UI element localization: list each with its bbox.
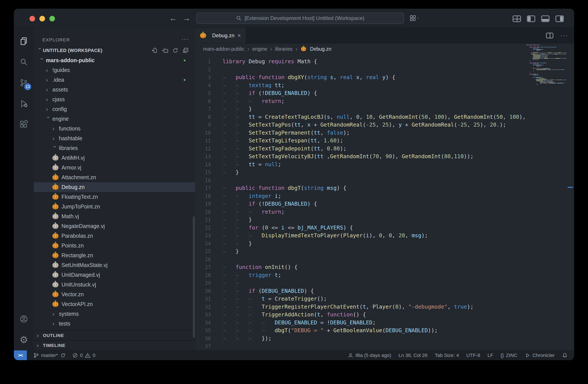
timeline-section[interactable]: › TIMELINE	[34, 340, 195, 350]
editor-more-actions-button[interactable]: ···	[560, 32, 568, 39]
code-line-9[interactable]: 9→→SetTextTagPos(tt,·x·+·GetRandomReal(-…	[195, 121, 574, 129]
activity-explorer-button[interactable]	[14, 31, 34, 52]
line-number[interactable]: 33	[195, 311, 211, 319]
line-number[interactable]: 20	[195, 208, 211, 216]
code-line-1[interactable]: 1library·Debug·requires·Math·{	[195, 58, 574, 66]
line-number[interactable]: 23	[195, 232, 211, 240]
line-number[interactable]: 3	[195, 73, 211, 82]
code-line-31[interactable]: 31→→→t·=·CreateTrigger();	[195, 295, 574, 303]
line-number[interactable]: 29	[195, 279, 211, 287]
line-number[interactable]: 9	[195, 121, 211, 129]
code-line-3[interactable]: 3→public·function·dbgXY(string·s,·real·x…	[195, 73, 574, 82]
line-number[interactable]: 21	[195, 216, 211, 224]
code-line-24[interactable]: 24→→}	[195, 240, 574, 248]
breadcrumb-item-mars-addon-public[interactable]: mars-addon-public	[203, 46, 244, 52]
line-number[interactable]: 24	[195, 240, 211, 248]
line-number[interactable]: 19	[195, 200, 211, 208]
activity-extensions-button[interactable]	[14, 114, 34, 135]
line-number[interactable]: 25	[195, 248, 211, 255]
code-line-8[interactable]: 8→→tt·=·CreateTextTagLocBJ(s,·null,·0,·1…	[195, 113, 574, 121]
code-line-7[interactable]: 7→→}	[195, 105, 574, 113]
code-line-37[interactable]: 37	[195, 342, 574, 350]
code-line-23[interactable]: 23→→→DisplayTimedTextToPlayer(Player(i),…	[195, 232, 574, 240]
tree-folder-mars-addon-public[interactable]: ›mars-addon-public●	[34, 55, 195, 65]
problems-status[interactable]: 0 0	[72, 353, 95, 358]
code-line-13[interactable]: 13→→SetTextTagVelocityBJ(tt·,GetRandomIn…	[195, 153, 574, 160]
breadcrumb-item-libraries[interactable]: libraries	[275, 46, 293, 52]
breadcrumb-item-debug-zn[interactable]: Debug.zn	[310, 46, 331, 52]
remote-indicator[interactable]: ><	[14, 350, 27, 360]
tab-debug-zn[interactable]: Debug.zn ×	[195, 28, 246, 43]
line-number[interactable]: 31	[195, 295, 211, 303]
maximize-window-button[interactable]	[49, 16, 55, 22]
git-blame-author[interactable]: Illia (5 days ago)	[348, 353, 391, 358]
refresh-button[interactable]	[172, 47, 178, 53]
tree-folder-config[interactable]: ›config	[34, 104, 195, 114]
line-number[interactable]: 35	[195, 327, 211, 335]
line-number[interactable]: 2	[195, 66, 211, 74]
code-line-4[interactable]: 4→→texttag·tt;	[195, 82, 574, 90]
code-line-5[interactable]: 5→→if·(!DEBUG_ENABLED)·{	[195, 89, 574, 97]
line-number[interactable]: 36	[195, 335, 211, 343]
code-line-10[interactable]: 10→→SetTextTagPermanent(tt,·false);	[195, 129, 574, 137]
code-line-6[interactable]: 6→→→return;	[195, 97, 574, 105]
collapse-folders-button[interactable]	[183, 47, 189, 53]
code-line-16[interactable]: 16	[195, 176, 574, 184]
tree-file-negatedamage-vj[interactable]: NegateDamage.vj	[34, 221, 195, 231]
tree-file-points-zn[interactable]: Points.zn	[34, 241, 195, 250]
activity-account-button[interactable]	[14, 309, 34, 329]
tree-folder-guides[interactable]: ›!guides	[34, 65, 195, 75]
line-number[interactable]: 22	[195, 224, 211, 232]
tree-folder-engine[interactable]: ›engine	[34, 114, 195, 124]
line-number[interactable]: 11	[195, 137, 211, 145]
tree-file-vectorapi-zn[interactable]: VectorAPI.zn	[34, 299, 195, 309]
dev-host-profile-button[interactable]: ›	[410, 15, 419, 22]
code-line-33[interactable]: 33→→→TriggerAddAction(t,·function()·{	[195, 311, 574, 319]
workspace-section-header[interactable]: › UNTITLED (WORKSPACE)	[34, 45, 195, 55]
eol-status[interactable]: LF	[487, 353, 493, 358]
tree-file-unitdamaged-vj[interactable]: UnitDamaged.vj	[34, 270, 195, 280]
tree-folder-assets[interactable]: ›assets	[34, 85, 195, 94]
toggle-secondary-sidebar-button[interactable]	[556, 15, 564, 22]
code-line-36[interactable]: 36→→→});	[195, 335, 574, 343]
code-line-30[interactable]: 30→→if·(DEBUG_ENABLED)·{	[195, 287, 574, 295]
code-line-32[interactable]: 32→→→TriggerRegisterPlayerChatEvent(t,·P…	[195, 303, 574, 311]
code-line-14[interactable]: 14→→tt·=·null;	[195, 160, 574, 169]
line-number[interactable]: 18	[195, 192, 211, 200]
line-number[interactable]: 5	[195, 89, 211, 97]
tree-folder-cjass[interactable]: ›cjass	[34, 94, 195, 104]
split-editor-button[interactable]	[546, 33, 553, 38]
line-number[interactable]: 17	[195, 184, 211, 192]
minimize-window-button[interactable]	[39, 16, 45, 22]
line-number[interactable]: 27	[195, 263, 211, 271]
code-line-34[interactable]: 34→→→→DEBUG_ENABLED·=·!DEBUG_ENABLED;	[195, 319, 574, 327]
tree-file-antimh-vj[interactable]: AntiMH.vj	[34, 153, 195, 163]
code-line-2[interactable]: 2	[195, 66, 574, 74]
line-number[interactable]: 15	[195, 168, 211, 176]
line-number[interactable]: 28	[195, 271, 211, 279]
tree-file-attachment-zn[interactable]: Attachment.zn	[34, 173, 195, 182]
line-number[interactable]: 14	[195, 160, 211, 169]
line-number[interactable]: 34	[195, 319, 211, 327]
line-number[interactable]: 4	[195, 82, 211, 90]
code-line-22[interactable]: 22→→for·(0·<=·i·<=·bj_MAX_PLAYERS)·{	[195, 224, 574, 232]
line-number[interactable]: 6	[195, 97, 211, 105]
tree-folder-systems[interactable]: ›systems	[34, 309, 195, 319]
code-line-29[interactable]: 29→→	[195, 279, 574, 287]
activity-run-debug-button[interactable]	[14, 93, 34, 114]
tree-file-floatingtext-zn[interactable]: FloatingText.zn	[34, 192, 195, 202]
code-line-35[interactable]: 35→→→→dbgT("DEBUG·=·"·+·GetBooleanValue(…	[195, 327, 574, 335]
tree-file-rectangle-zn[interactable]: Rectangle.zn	[34, 250, 195, 260]
code-line-11[interactable]: 11→→SetTextTagLifespan(tt,·1.60);	[195, 137, 574, 145]
git-branch-status[interactable]: master*	[33, 353, 66, 358]
line-number[interactable]: 30	[195, 287, 211, 295]
line-number[interactable]: 1	[195, 58, 211, 66]
line-number[interactable]: 16	[195, 176, 211, 184]
code-line-12[interactable]: 12→→SetTextTagFadepoint(tt,·0.80);	[195, 145, 574, 153]
activity-source-control-button[interactable]: 13	[14, 72, 34, 93]
code-line-25[interactable]: 25→}	[195, 248, 574, 255]
tree-file-armor-vj[interactable]: Armor.vj	[34, 163, 195, 173]
line-number[interactable]: 12	[195, 145, 211, 153]
language-mode[interactable]: {} ZINC	[501, 353, 517, 358]
toggle-panel-button[interactable]	[541, 15, 549, 22]
